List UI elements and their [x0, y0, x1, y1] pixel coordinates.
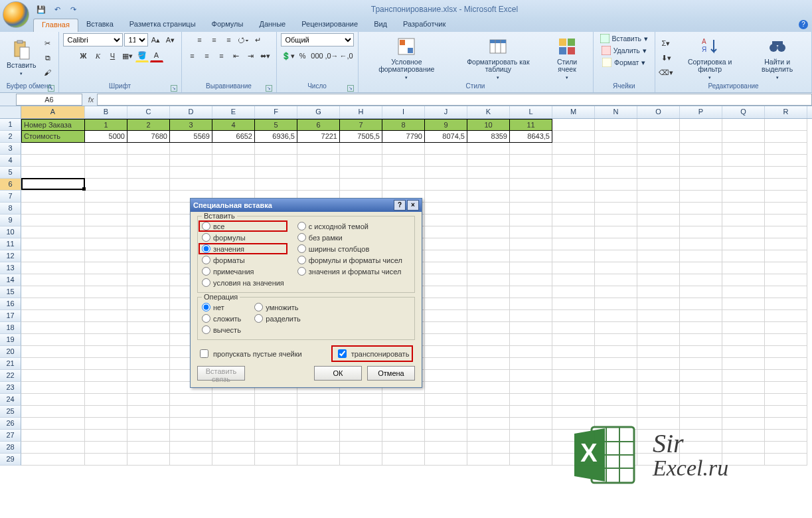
- cell[interactable]: [637, 322, 680, 334]
- cell[interactable]: [340, 394, 382, 406]
- cell[interactable]: [255, 179, 297, 191]
- cell[interactable]: [297, 454, 340, 466]
- cell[interactable]: [21, 167, 85, 179]
- cell[interactable]: [255, 155, 297, 167]
- cell[interactable]: [552, 238, 595, 250]
- increase-decimal-icon[interactable]: ,0→: [325, 49, 339, 62]
- cell[interactable]: [127, 262, 170, 274]
- cell[interactable]: [21, 322, 85, 334]
- cell[interactable]: [127, 274, 170, 286]
- cell[interactable]: [21, 346, 85, 358]
- cell[interactable]: [85, 430, 127, 442]
- cell[interactable]: [637, 226, 680, 238]
- radio-formulas[interactable]: формулы: [202, 233, 284, 242]
- cell[interactable]: [552, 155, 595, 167]
- cell[interactable]: [680, 203, 722, 215]
- cell[interactable]: [340, 442, 382, 454]
- row-header[interactable]: 2: [0, 131, 21, 143]
- cell[interactable]: [170, 430, 212, 442]
- cell[interactable]: [382, 418, 425, 430]
- cell[interactable]: [510, 226, 552, 238]
- col-header[interactable]: K: [467, 106, 510, 118]
- cell[interactable]: [765, 370, 807, 382]
- radio-all[interactable]: все: [199, 220, 287, 232]
- cell[interactable]: [765, 226, 807, 238]
- italic-button[interactable]: К: [92, 49, 105, 62]
- cell[interactable]: [467, 191, 510, 203]
- cell[interactable]: [637, 298, 680, 310]
- cell[interactable]: [510, 418, 552, 430]
- cell[interactable]: [722, 226, 765, 238]
- radio-col-widths[interactable]: ширины столбцов: [297, 244, 402, 253]
- cell[interactable]: [467, 454, 510, 466]
- cell[interactable]: [552, 203, 595, 215]
- cell[interactable]: [425, 394, 467, 406]
- cell[interactable]: [21, 191, 85, 203]
- cell[interactable]: [21, 215, 85, 226]
- cell[interactable]: [255, 406, 297, 418]
- cell[interactable]: [297, 430, 340, 442]
- cell[interactable]: [765, 191, 807, 203]
- cell[interactable]: 2: [127, 119, 170, 131]
- cell[interactable]: [297, 442, 340, 454]
- cell[interactable]: 7221: [297, 131, 340, 143]
- cell[interactable]: [722, 286, 765, 298]
- cell[interactable]: 5: [255, 119, 297, 131]
- cell[interactable]: [722, 274, 765, 286]
- col-header[interactable]: L: [510, 106, 552, 118]
- cell[interactable]: [21, 454, 85, 466]
- cell[interactable]: [127, 226, 170, 238]
- cell[interactable]: [637, 250, 680, 262]
- cell[interactable]: [425, 442, 467, 454]
- cell[interactable]: [255, 430, 297, 442]
- cell[interactable]: [85, 442, 127, 454]
- cell[interactable]: [425, 370, 467, 382]
- cell[interactable]: [170, 454, 212, 466]
- cell[interactable]: [552, 322, 595, 334]
- wrap-text-icon[interactable]: ↵: [252, 33, 265, 46]
- row-header[interactable]: 14: [0, 274, 21, 286]
- cell[interactable]: [510, 191, 552, 203]
- cell[interactable]: [467, 334, 510, 346]
- cell[interactable]: [765, 274, 807, 286]
- cell[interactable]: [637, 179, 680, 191]
- cell[interactable]: [510, 442, 552, 454]
- cell[interactable]: [382, 167, 425, 179]
- cell[interactable]: [127, 143, 170, 155]
- border-icon[interactable]: ▦▾: [121, 49, 134, 62]
- cell[interactable]: [85, 179, 127, 191]
- font-size-combo[interactable]: 11: [124, 33, 148, 46]
- cell[interactable]: 4: [212, 119, 255, 131]
- align-center-icon[interactable]: ≡: [201, 49, 214, 62]
- cell[interactable]: [510, 406, 552, 418]
- cell[interactable]: [425, 274, 467, 286]
- cell[interactable]: [170, 418, 212, 430]
- radio-formulas-num[interactable]: формулы и форматы чисел: [297, 256, 402, 264]
- cell[interactable]: [85, 203, 127, 215]
- cell[interactable]: [127, 286, 170, 298]
- qat-redo-icon[interactable]: ↷: [66, 3, 80, 16]
- autosum-icon[interactable]: Σ▾: [659, 37, 673, 50]
- cell[interactable]: [127, 298, 170, 310]
- cell[interactable]: [85, 250, 127, 262]
- cell[interactable]: [467, 358, 510, 370]
- cell[interactable]: [722, 191, 765, 203]
- decrease-decimal-icon[interactable]: ←,0: [340, 49, 353, 62]
- cell[interactable]: [722, 334, 765, 346]
- cell[interactable]: [680, 131, 722, 143]
- cell[interactable]: [127, 370, 170, 382]
- cell[interactable]: [595, 370, 637, 382]
- row-header[interactable]: 4: [0, 155, 21, 167]
- cell[interactable]: [425, 382, 467, 394]
- col-header[interactable]: Q: [722, 106, 765, 118]
- cell[interactable]: [170, 406, 212, 418]
- indent-increase-icon[interactable]: ⇥: [244, 49, 258, 62]
- cell[interactable]: [85, 346, 127, 358]
- cell[interactable]: [637, 131, 680, 143]
- orientation-icon[interactable]: ⭯▾: [237, 33, 250, 46]
- dialog-help-button[interactable]: ?: [394, 200, 406, 211]
- cell[interactable]: [765, 203, 807, 215]
- cell[interactable]: 5000: [85, 131, 127, 143]
- cell[interactable]: [340, 155, 382, 167]
- cell[interactable]: [765, 131, 807, 143]
